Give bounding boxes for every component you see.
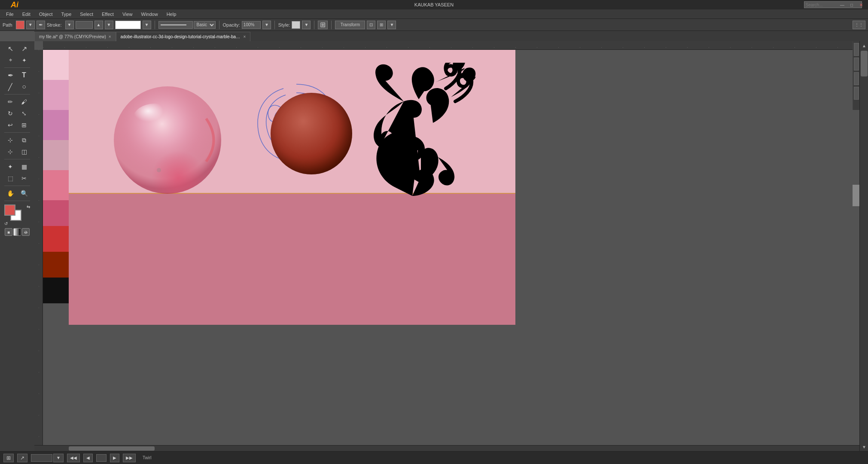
lasso-tool[interactable]: ⌖ [4, 55, 17, 66]
rotate-tool[interactable]: ↻ [4, 108, 17, 119]
stroke-arrow[interactable]: ▼ [65, 21, 74, 29]
status-icon-1[interactable]: ⊞ [3, 454, 14, 462]
menu-item-type[interactable]: Type [57, 9, 76, 19]
stroke-width-down[interactable]: ▼ [105, 21, 113, 29]
canvas-swatch-6[interactable] [43, 226, 69, 252]
minimize-button[interactable]: — [839, 1, 846, 8]
rp-btn-4[interactable] [854, 87, 859, 100]
canvas-swatch-2[interactable] [43, 110, 69, 140]
gradient-tool[interactable]: ◫ [18, 146, 30, 157]
opacity-input[interactable] [242, 21, 261, 29]
horizontal-scrollbar[interactable] [34, 445, 859, 451]
style-arrow[interactable]: ▼ [302, 21, 311, 29]
scroll-up-btn[interactable]: ▲ [860, 41, 868, 50]
scale-tool[interactable]: ⤡ [18, 108, 30, 119]
menu-item-file[interactable]: File [2, 9, 18, 19]
crystal-ball[interactable] [112, 84, 223, 196]
reset-colors-icon[interactable]: ↺ [4, 221, 8, 226]
scroll-thumb[interactable] [861, 51, 868, 76]
zoom-input[interactable]: 66.67% [31, 454, 52, 462]
menu-item-view[interactable]: View [118, 9, 137, 19]
style-swatch[interactable] [292, 21, 300, 29]
next-page-btn[interactable]: ▶▶ [123, 454, 136, 462]
menu-item-help[interactable]: Help [162, 9, 181, 19]
stroke-width-up[interactable]: ▲ [94, 21, 103, 29]
tab-close-tab1[interactable]: × [109, 34, 111, 39]
mesh-tool[interactable]: ⊹ [4, 146, 17, 157]
none-btn[interactable]: ⊘ [22, 228, 30, 236]
hscroll-thumb[interactable] [69, 446, 155, 451]
stroke-color-swatch[interactable] [115, 21, 141, 29]
canvas-swatch-0[interactable] [43, 50, 69, 80]
stroke-color-arrow[interactable]: ▼ [143, 21, 151, 29]
search-input[interactable] [829, 1, 836, 8]
flourish-decoration[interactable] [369, 63, 494, 209]
fill-swatch[interactable] [16, 21, 24, 29]
menu-item-object[interactable]: Object [35, 9, 57, 19]
scroll-down-btn[interactable]: ▼ [860, 443, 868, 451]
rp-btn-2[interactable] [854, 58, 859, 70]
pencil-tool[interactable]: ✏ [4, 96, 17, 107]
status-icon-2[interactable]: ↗ [17, 454, 27, 462]
prev-page-btn[interactable]: ◀◀ [67, 454, 80, 462]
fill-color-box[interactable] [4, 205, 15, 216]
transform-icon[interactable]: ⊡ [367, 21, 375, 29]
page-input[interactable]: 1 [96, 454, 107, 462]
zoom-tool[interactable]: 🔍 [18, 188, 30, 199]
canvas-swatch-4[interactable] [43, 170, 69, 200]
rp-btn-1[interactable] [854, 43, 859, 56]
swap-colors-icon[interactable]: ⇆ [27, 205, 30, 209]
zoom-arrow[interactable]: ▼ [53, 454, 64, 462]
type-tool[interactable]: T [18, 70, 30, 81]
warp-tool[interactable]: ↩ [4, 119, 17, 131]
tab-tab2[interactable]: adobe-illustrator-cc-3d-logo-design-tuto… [116, 32, 251, 41]
select-tool[interactable]: ↖ [4, 43, 17, 54]
maximize-button[interactable]: □ [848, 1, 855, 8]
transform-btn[interactable]: Transform [335, 21, 365, 29]
canvas-swatch-1[interactable] [43, 80, 69, 110]
menu-item-effect[interactable]: Effect [97, 9, 118, 19]
close-button[interactable]: ✕ [858, 1, 865, 8]
graph-tool[interactable]: ▦ [18, 161, 30, 172]
tab-tab1[interactable]: my file.ai* @ 77% (CMYK/Preview)× [34, 32, 116, 41]
stroke-style-select[interactable]: Basic [194, 21, 216, 29]
next-btn[interactable]: ▶ [110, 454, 119, 462]
brown-ball[interactable] [271, 93, 352, 174]
opacity-arrow[interactable]: ▼ [262, 21, 271, 29]
slice-tool[interactable]: ✂ [18, 173, 30, 184]
tab-label-tab1: my file.ai* @ 77% (CMYK/Preview) [39, 34, 106, 39]
transform-icon2[interactable]: ⊞ [377, 21, 386, 29]
shape-builder-tool[interactable]: ⊹ [4, 134, 17, 146]
rp-btn-3[interactable] [854, 72, 859, 85]
magic-wand-tool[interactable]: ✦ [18, 55, 30, 66]
icon-btn-1[interactable]: ⊞ [318, 21, 328, 29]
eyedropper-tool[interactable]: ✦ [4, 161, 17, 172]
gradient-color-btn[interactable] [13, 228, 21, 236]
pen-tool[interactable]: ✒ [4, 70, 17, 81]
svg-point-3 [157, 168, 161, 172]
ellipse-tool[interactable]: ○ [18, 81, 30, 92]
canvas-swatch-3[interactable] [43, 140, 69, 170]
prev-btn[interactable]: ◀ [83, 454, 93, 462]
canvas-swatch-7[interactable] [43, 252, 69, 278]
canvas-swatch-5[interactable] [43, 200, 69, 226]
solid-color-btn[interactable]: ■ [5, 228, 12, 236]
stroke-width-input[interactable] [76, 21, 93, 29]
menu-item-edit[interactable]: Edit [18, 9, 35, 19]
tab-close-tab2[interactable]: × [244, 34, 246, 39]
menu-item-select[interactable]: Select [76, 9, 97, 19]
fill-arrow[interactable]: ▼ [26, 21, 35, 29]
menu-item-window[interactable]: Window [137, 9, 162, 19]
artboard-tool[interactable]: ⬚ [4, 173, 17, 184]
stroke-icon[interactable]: ✒ [37, 21, 45, 29]
paintbrush-tool[interactable]: 🖌 [18, 96, 30, 107]
transform-arrow[interactable]: ▼ [387, 21, 396, 29]
direct-select-tool[interactable]: ↗ [18, 43, 30, 54]
perspective-tool[interactable]: ⧉ [18, 134, 30, 146]
line-tool[interactable]: ╱ [4, 81, 17, 92]
panel-toggle[interactable]: ⋮⋮ [853, 21, 865, 29]
hand-tool[interactable]: ✋ [4, 188, 17, 199]
vertical-scrollbar[interactable]: ▲ ▼ [859, 41, 868, 451]
canvas-swatch-8[interactable] [43, 278, 69, 303]
free-transform-tool[interactable]: ⊞ [18, 119, 30, 131]
